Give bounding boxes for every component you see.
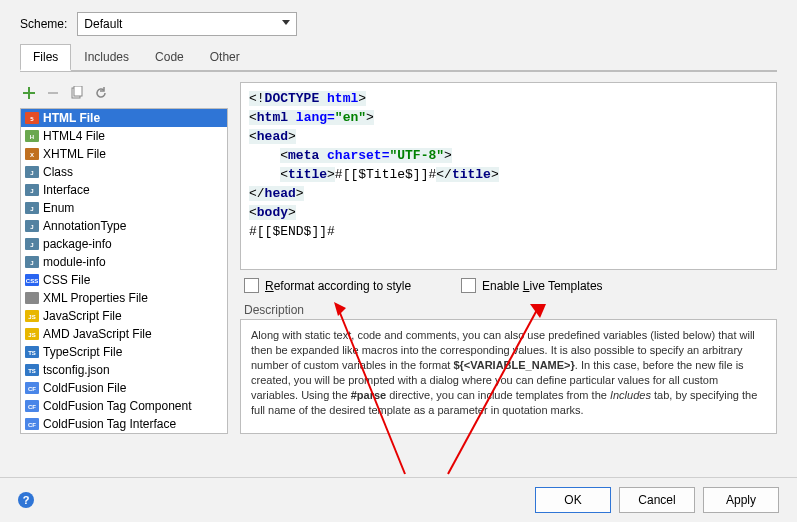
list-item[interactable]: JSAMD JavaScript File (21, 325, 227, 343)
svg-text:JS: JS (28, 332, 35, 338)
list-item-label: AnnotationType (43, 219, 126, 233)
svg-text:JS: JS (28, 314, 35, 320)
live-templates-checkbox[interactable]: Enable Live Templates (461, 278, 603, 293)
css-icon: CSS (25, 273, 39, 287)
remove-icon[interactable] (46, 86, 60, 100)
svg-text:J: J (30, 206, 33, 212)
list-item-label: ColdFusion File (43, 381, 126, 395)
svg-text:CF: CF (28, 422, 36, 428)
list-item-label: TypeScript File (43, 345, 122, 359)
html5-icon: 5 (25, 111, 39, 125)
scheme-value: Default (84, 17, 122, 31)
js-icon: JS (25, 309, 39, 323)
list-item[interactable]: JSJavaScript File (21, 307, 227, 325)
svg-text:X: X (30, 152, 34, 158)
list-item[interactable]: XML Properties File (21, 289, 227, 307)
xml-icon (25, 291, 39, 305)
list-item-label: JavaScript File (43, 309, 122, 323)
xhtml-icon: X (25, 147, 39, 161)
template-editor[interactable]: <!DOCTYPE html><html lang="en"><head> <m… (240, 82, 777, 270)
html-icon: H (25, 129, 39, 143)
description-label: Description (240, 303, 777, 319)
list-item[interactable]: JAnnotationType (21, 217, 227, 235)
copy-icon[interactable] (70, 86, 84, 100)
add-icon[interactable] (22, 86, 36, 100)
scheme-label: Scheme: (20, 17, 67, 31)
list-item-label: tsconfig.json (43, 363, 110, 377)
list-item[interactable]: JInterface (21, 181, 227, 199)
java-icon: J (25, 201, 39, 215)
svg-text:J: J (30, 260, 33, 266)
list-item[interactable]: Jmodule-info (21, 253, 227, 271)
ts-icon: TS (25, 363, 39, 377)
svg-text:H: H (30, 134, 34, 140)
list-item-label: Enum (43, 201, 74, 215)
list-item[interactable]: TStsconfig.json (21, 361, 227, 379)
svg-text:CF: CF (28, 404, 36, 410)
chevron-down-icon (282, 20, 290, 25)
list-item[interactable]: 5HTML File (21, 109, 227, 127)
java-icon: J (25, 219, 39, 233)
list-item-label: Interface (43, 183, 90, 197)
js-icon: JS (25, 327, 39, 341)
list-item-label: HTML File (43, 111, 100, 125)
svg-text:TS: TS (28, 350, 36, 356)
list-item-label: package-info (43, 237, 112, 251)
svg-text:J: J (30, 224, 33, 230)
list-item[interactable]: CFColdFusion Tag Interface (21, 415, 227, 433)
cf-icon: CF (25, 417, 39, 431)
checkbox-icon (461, 278, 476, 293)
list-item[interactable]: CSSCSS File (21, 271, 227, 289)
cf-icon: CF (25, 399, 39, 413)
list-item[interactable]: CFColdFusion Tag Component (21, 397, 227, 415)
list-item[interactable]: HHTML4 File (21, 127, 227, 145)
svg-text:TS: TS (28, 368, 36, 374)
scheme-select[interactable]: Default (77, 12, 297, 36)
list-item[interactable]: CFColdFusion File (21, 379, 227, 397)
live-templates-label: Enable Live Templates (482, 279, 603, 293)
list-item[interactable]: JClass (21, 163, 227, 181)
svg-text:J: J (30, 188, 33, 194)
list-item-label: module-info (43, 255, 106, 269)
list-item-label: AMD JavaScript File (43, 327, 152, 341)
tab-files[interactable]: Files (20, 44, 71, 71)
svg-rect-22 (25, 292, 39, 304)
list-item-label: Class (43, 165, 73, 179)
ok-button[interactable]: OK (535, 487, 611, 513)
cf-icon: CF (25, 381, 39, 395)
svg-text:CF: CF (28, 386, 36, 392)
java-icon: J (25, 237, 39, 251)
java-icon: J (25, 255, 39, 269)
svg-text:J: J (30, 170, 33, 176)
list-item[interactable]: JEnum (21, 199, 227, 217)
list-item-label: XHTML File (43, 147, 106, 161)
reformat-label: Reformat according to style (265, 279, 411, 293)
list-item[interactable]: Jpackage-info (21, 235, 227, 253)
list-item-label: XML Properties File (43, 291, 148, 305)
cancel-button[interactable]: Cancel (619, 487, 695, 513)
template-list[interactable]: 5HTML FileHHTML4 FileXXHTML FileJClassJI… (20, 108, 228, 434)
list-item[interactable]: XXHTML File (21, 145, 227, 163)
svg-text:J: J (30, 242, 33, 248)
checkbox-icon (244, 278, 259, 293)
ts-icon: TS (25, 345, 39, 359)
tab-bar: FilesIncludesCodeOther (20, 44, 777, 72)
help-icon[interactable]: ? (18, 492, 34, 508)
tab-code[interactable]: Code (142, 44, 197, 70)
list-item-label: HTML4 File (43, 129, 105, 143)
reformat-checkbox[interactable]: Reformat according to style (244, 278, 411, 293)
list-item-label: CSS File (43, 273, 90, 287)
apply-button[interactable]: Apply (703, 487, 779, 513)
refresh-icon[interactable] (94, 86, 108, 100)
svg-rect-1 (74, 86, 82, 96)
description-text: Along with static text, code and comment… (240, 319, 777, 434)
java-icon: J (25, 183, 39, 197)
list-toolbar (20, 82, 228, 108)
tab-other[interactable]: Other (197, 44, 253, 70)
list-item-label: ColdFusion Tag Interface (43, 417, 176, 431)
svg-text:CSS: CSS (26, 278, 38, 284)
list-item[interactable]: TSTypeScript File (21, 343, 227, 361)
list-item-label: ColdFusion Tag Component (43, 399, 192, 413)
tab-includes[interactable]: Includes (71, 44, 142, 70)
java-icon: J (25, 165, 39, 179)
